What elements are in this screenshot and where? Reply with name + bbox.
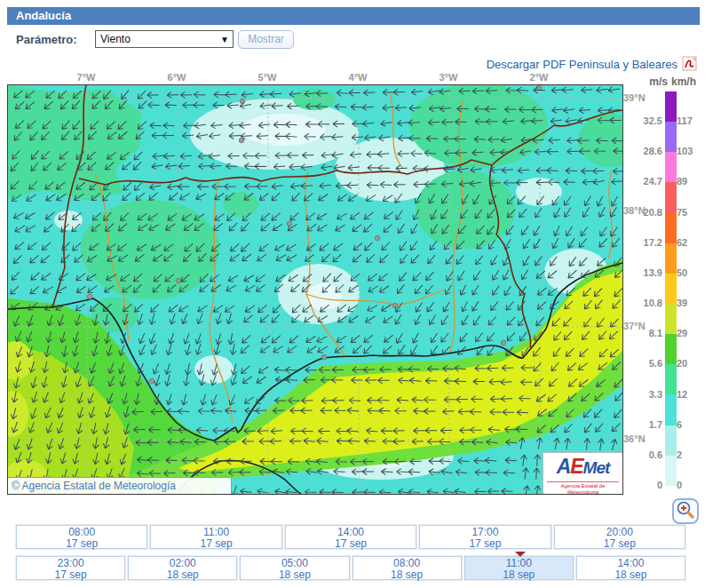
legend-segment bbox=[665, 274, 677, 304]
time-button[interactable]: 14:0017 sep bbox=[285, 525, 416, 549]
time-button[interactable]: 23:0017 sep bbox=[16, 556, 125, 580]
aemet-logo: AEMet Agencia Estatal de Meteorología bbox=[543, 452, 622, 494]
wind-speed-legend: m/s km/h 32.511728.610324.78920.87517.26… bbox=[622, 75, 710, 501]
legend-value-kmh: 29 bbox=[677, 328, 709, 338]
legend-value-kmh: 62 bbox=[677, 237, 709, 248]
legend-value-ms: 0 bbox=[622, 480, 662, 490]
wind-map: © Agencia Estatal de Meteorología AEMet … bbox=[7, 84, 623, 495]
time-button[interactable]: 02:0018 sep bbox=[128, 556, 237, 580]
time-button[interactable]: 11:0017 sep bbox=[150, 525, 281, 549]
aemet-logo-subtext: Agencia Estatal de Meteorología bbox=[547, 481, 619, 496]
legend-colorbar bbox=[665, 91, 677, 486]
magnifier-plus-icon bbox=[675, 500, 696, 520]
legend-segment bbox=[665, 334, 677, 364]
time-button[interactable]: 17:0017 sep bbox=[419, 525, 551, 549]
legend-value-ms: 32.5 bbox=[622, 115, 662, 126]
legend-value-ms: 8.1 bbox=[622, 328, 662, 338]
selected-time-marker bbox=[515, 552, 526, 557]
time-selector-row-2: 23:0017 sep02:0018 sep05:0018 sep08:0018… bbox=[16, 556, 685, 580]
legend-value-kmh: 103 bbox=[677, 146, 709, 156]
time-button[interactable]: 08:0017 sep bbox=[16, 525, 147, 549]
lon-label: 7°W bbox=[71, 72, 101, 83]
time-button[interactable]: 20:0017 sep bbox=[554, 525, 685, 549]
time-button[interactable]: 05:0018 sep bbox=[240, 556, 349, 580]
lon-label: 6°W bbox=[162, 72, 192, 83]
legend-value-ms: 5.6 bbox=[622, 358, 662, 369]
legend-value-kmh: 75 bbox=[677, 207, 709, 218]
lon-label: 3°W bbox=[433, 72, 463, 83]
lon-label: 2°W bbox=[524, 72, 554, 83]
legend-segment bbox=[665, 122, 677, 152]
legend-segment bbox=[665, 91, 677, 122]
time-button[interactable]: 14:0018 sep bbox=[576, 556, 685, 580]
chevron-down-icon: ▼ bbox=[220, 31, 229, 48]
aemet-wind-page: Andalucía Parámetro: Viento ▼ Mostrar De… bbox=[0, 0, 713, 588]
legend-unit-kmh: km/h bbox=[671, 75, 696, 88]
lon-label: 4°W bbox=[343, 72, 373, 83]
legend-segment bbox=[665, 182, 677, 212]
time-button[interactable]: 11:0018 sep bbox=[464, 556, 574, 580]
legend-value-kmh: 20 bbox=[677, 358, 709, 369]
legend-unit-ms: m/s bbox=[622, 75, 668, 88]
legend-segment bbox=[665, 364, 677, 394]
legend-value-kmh: 2 bbox=[677, 449, 709, 460]
legend-value-ms: 20.8 bbox=[622, 207, 662, 218]
legend-segment bbox=[665, 456, 677, 486]
parameter-label: Parámetro: bbox=[16, 33, 77, 46]
parameter-select-value: Viento bbox=[100, 33, 131, 45]
time-button[interactable]: 08:0018 sep bbox=[353, 556, 462, 580]
legend-segment bbox=[665, 152, 677, 182]
pdf-icon[interactable] bbox=[682, 56, 697, 74]
legend-segment bbox=[665, 304, 677, 334]
page-title: Andalucía bbox=[16, 9, 71, 22]
legend-value-kmh: 0 bbox=[677, 480, 709, 490]
legend-value-kmh: 89 bbox=[677, 176, 709, 187]
map-zoom-button[interactable] bbox=[672, 498, 699, 524]
parameter-select[interactable]: Viento ▼ bbox=[95, 30, 234, 48]
legend-value-kmh: 39 bbox=[677, 298, 709, 308]
show-button[interactable]: Mostrar bbox=[238, 30, 294, 49]
legend-segment bbox=[665, 243, 677, 274]
legend-value-kmh: 6 bbox=[677, 419, 709, 430]
legend-segment bbox=[665, 394, 677, 425]
legend-value-kmh: 12 bbox=[677, 389, 709, 400]
legend-value-ms: 3.3 bbox=[622, 389, 662, 400]
legend-value-ms: 10.8 bbox=[622, 298, 662, 308]
pdf-download-link[interactable]: Descargar PDF Peninsula y Baleares bbox=[487, 58, 677, 71]
legend-segment bbox=[665, 425, 677, 456]
legend-value-ms: 24.7 bbox=[622, 176, 662, 187]
wind-map-canvas bbox=[8, 85, 622, 494]
legend-value-ms: 17.2 bbox=[622, 237, 662, 248]
map-copyright: © Agencia Estatal de Meteorología bbox=[8, 477, 232, 494]
legend-value-kmh: 50 bbox=[677, 267, 709, 278]
legend-value-kmh: 117 bbox=[677, 115, 709, 126]
legend-segment bbox=[665, 213, 677, 243]
region-header: Andalucía bbox=[7, 7, 700, 25]
time-selector-row-1: 08:0017 sep11:0017 sep14:0017 sep17:0017… bbox=[16, 525, 685, 549]
pdf-download-row: Descargar PDF Peninsula y Baleares bbox=[355, 56, 697, 72]
legend-value-ms: 28.6 bbox=[622, 146, 662, 156]
legend-value-ms: 1.7 bbox=[622, 419, 662, 430]
lon-label: 5°W bbox=[252, 72, 282, 83]
legend-value-ms: 13.9 bbox=[622, 267, 662, 278]
legend-value-ms: 0.6 bbox=[622, 449, 662, 460]
